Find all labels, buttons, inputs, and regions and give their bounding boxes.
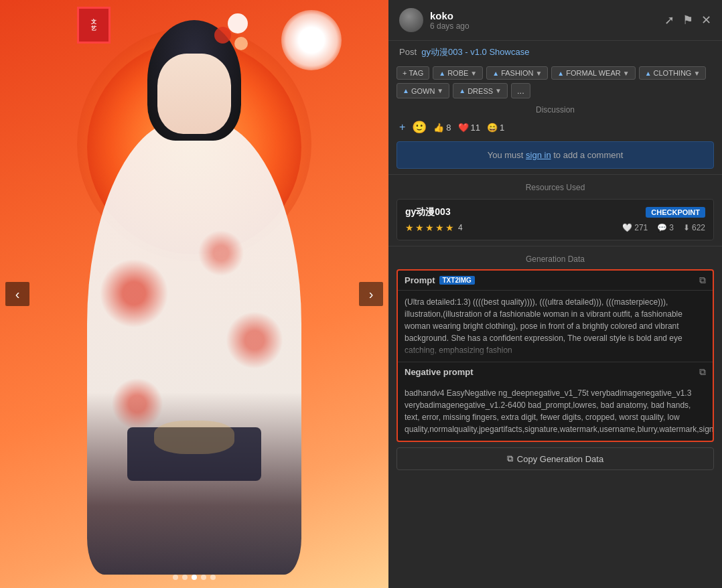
divider-1 — [388, 174, 722, 175]
likes-count: 271 — [634, 223, 648, 232]
prompt-header: Prompt TXT2IMG ⧉ — [398, 271, 713, 291]
resource-name[interactable]: gy动漫003 — [405, 206, 451, 218]
star-2: ★ — [415, 222, 424, 233]
close-icon[interactable]: ✕ — [701, 13, 711, 27]
generation-prompt-section: Prompt TXT2IMG ⧉ (Ultra detailed:1.3) ((… — [396, 269, 714, 442]
heart-icon: ❤️ — [458, 123, 469, 133]
heart-reaction[interactable]: ❤️ 11 — [458, 123, 480, 133]
star-5: ★ — [445, 222, 454, 233]
timestamp: 6 days ago — [430, 21, 664, 31]
flag-icon[interactable]: ⚑ — [682, 13, 693, 27]
prompt-text[interactable]: (Ultra detailed:1.3) ((((best quality)))… — [398, 291, 713, 362]
heart-count: 11 — [471, 123, 480, 133]
tag-dress[interactable]: ▲ DRESS ▼ — [453, 83, 508, 98]
add-reaction-button[interactable]: + — [399, 121, 405, 133]
dot-5[interactable] — [210, 575, 216, 580]
tag-add[interactable]: + TAG — [396, 66, 429, 80]
resource-card: gy动漫003 CHECKPOINT ★ ★ ★ ★ ★ 4 🤍 271 — [396, 199, 714, 240]
discussion-label: Discussion — [388, 102, 722, 117]
negative-prompt-label: Negative prompt — [405, 367, 474, 377]
share-icon[interactable]: ➚ — [664, 13, 674, 27]
copy-generation-data-button[interactable]: ⧉ Copy Generation Data — [396, 447, 714, 470]
downloads-stat: ⬇ 622 — [683, 223, 705, 232]
generation-label: Generation Data — [388, 252, 722, 267]
prompt-label-text: Prompt — [405, 275, 435, 285]
laugh-reaction[interactable]: 😄 1 — [487, 123, 504, 133]
image-panel: 文艺 — [0, 0, 388, 588]
dot-3[interactable] — [192, 575, 197, 580]
copy-gen-icon: ⧉ — [507, 453, 513, 464]
right-content: Post gy动漫003 - v1.0 Showcase + TAG ▲ ROB… — [388, 41, 722, 588]
dot-4[interactable] — [201, 575, 206, 580]
tag-clothing[interactable]: ▲ CLOTHING ▼ — [639, 66, 707, 80]
dot-2[interactable] — [182, 575, 188, 580]
laugh-count: 1 — [500, 123, 504, 133]
star-3: ★ — [425, 222, 434, 233]
copy-gen-label: Copy Generation Data — [517, 454, 603, 464]
resource-top: gy动漫003 CHECKPOINT — [405, 206, 705, 218]
user-info: koko 6 days ago — [430, 10, 664, 31]
avatar — [399, 8, 423, 32]
emoji-picker-button[interactable]: 🙂 — [412, 120, 427, 135]
negative-prompt-text[interactable]: badhandv4 EasyNegative ng_deepnegative_v… — [398, 382, 713, 441]
tags-row: + TAG ▲ ROBE ▼ ▲ FASHION ▼ ▲ FORMAL WEAR… — [388, 64, 722, 102]
tags-more-button[interactable]: ... — [511, 83, 530, 98]
anime-artwork: 文艺 — [0, 0, 388, 588]
resources-label: Resources Used — [388, 180, 722, 195]
thumbs-up-count: 8 — [446, 123, 451, 133]
laugh-icon: 😄 — [487, 123, 498, 133]
download-stat-icon: ⬇ — [683, 223, 690, 232]
resource-stats: 🤍 271 💬 3 ⬇ 622 — [622, 223, 705, 232]
star-4: ★ — [435, 222, 444, 233]
divider-2 — [388, 246, 722, 246]
downloads-count: 622 — [692, 223, 705, 232]
username: koko — [430, 10, 664, 21]
stamp-decoration: 文艺 — [77, 7, 111, 44]
copy-prompt-icon[interactable]: ⧉ — [699, 275, 706, 286]
plus-icon: + — [403, 69, 407, 77]
star-1: ★ — [405, 222, 414, 233]
tag-fashion[interactable]: ▲ FASHION ▼ — [486, 66, 548, 80]
post-link[interactable]: gy动漫003 - v1.0 Showcase — [421, 47, 529, 57]
right-panel: koko 6 days ago ➚ ⚑ ✕ Post gy动漫003 - v1.… — [388, 0, 722, 588]
post-label: Post — [399, 47, 417, 57]
sign-in-link[interactable]: sign in — [526, 150, 551, 160]
comments-count: 3 — [669, 223, 674, 232]
negative-prompt-header: Negative prompt ⧉ — [398, 362, 713, 382]
next-image-button[interactable]: › — [359, 282, 383, 306]
copy-negative-icon[interactable]: ⧉ — [699, 366, 706, 378]
star-rating: ★ ★ ★ ★ ★ 4 — [405, 222, 463, 233]
comment-prompt-box: You must sign in to add a comment — [396, 141, 714, 169]
tag-robe[interactable]: ▲ ROBE ▼ — [433, 66, 483, 80]
thumbs-up-icon: 👍 — [433, 123, 444, 133]
comment-prefix: You must — [488, 150, 524, 160]
resource-bottom: ★ ★ ★ ★ ★ 4 🤍 271 💬 3 — [405, 222, 705, 233]
likes-stat: 🤍 271 — [622, 223, 648, 232]
comment-stat-icon: 💬 — [657, 223, 667, 232]
star-count: 4 — [458, 223, 463, 232]
reactions-row: + 🙂 👍 8 ❤️ 11 😄 1 — [388, 117, 722, 137]
dot-1[interactable] — [173, 575, 178, 580]
prompt-label-row: Prompt TXT2IMG — [405, 275, 475, 285]
comments-stat: 💬 3 — [657, 223, 674, 232]
image-dots — [173, 575, 216, 580]
thumbs-up-reaction[interactable]: 👍 8 — [433, 123, 451, 133]
header-icons: ➚ ⚑ ✕ — [664, 13, 711, 27]
txt2img-badge: TXT2IMG — [439, 276, 475, 285]
heart-stat-icon: 🤍 — [622, 223, 632, 232]
prompt-text-wrapper: (Ultra detailed:1.3) ((((best quality)))… — [398, 291, 713, 362]
comment-suffix: to add a comment — [553, 150, 623, 160]
tag-gown[interactable]: ▲ GOWN ▼ — [396, 83, 449, 98]
checkpoint-badge: CHECKPOINT — [646, 207, 705, 218]
post-row: Post gy动漫003 - v1.0 Showcase — [388, 41, 722, 64]
post-header: koko 6 days ago ➚ ⚑ ✕ — [388, 0, 722, 41]
tag-formal-wear[interactable]: ▲ FORMAL WEAR ▼ — [551, 66, 635, 80]
prev-image-button[interactable]: ‹ — [5, 282, 29, 306]
